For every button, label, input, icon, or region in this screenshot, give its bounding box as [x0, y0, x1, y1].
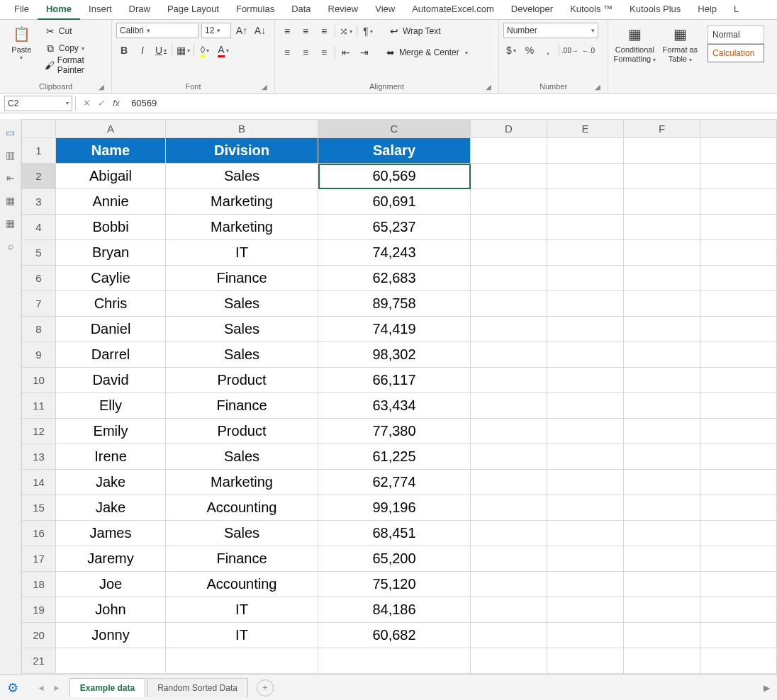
cell[interactable]: 84,186: [318, 597, 471, 623]
cell[interactable]: [700, 317, 777, 342]
increase-font-button[interactable]: A↑: [234, 23, 250, 38]
cell[interactable]: [624, 291, 700, 317]
cell[interactable]: [700, 444, 777, 470]
cell[interactable]: [471, 215, 547, 240]
tab-automateexcel-com[interactable]: AutomateExcel.com: [403, 0, 503, 20]
decrease-decimal-button[interactable]: ←.0: [581, 43, 596, 58]
cell[interactable]: [471, 393, 547, 419]
col-header-B[interactable]: B: [166, 120, 318, 138]
cell[interactable]: Darrel: [56, 342, 166, 368]
cell[interactable]: [624, 444, 700, 470]
cell[interactable]: [547, 291, 624, 317]
cell[interactable]: [624, 189, 700, 215]
underline-button[interactable]: U: [153, 43, 169, 58]
cell[interactable]: [471, 138, 547, 164]
cell[interactable]: James: [56, 521, 166, 546]
cell[interactable]: 62,683: [318, 266, 471, 291]
cell[interactable]: [700, 189, 777, 215]
cell[interactable]: 77,380: [318, 419, 471, 444]
merge-center-button[interactable]: ⬌ Merge & Center ▾: [384, 44, 469, 61]
align-bottom-button[interactable]: ≡: [316, 23, 332, 39]
tab-help[interactable]: Help: [689, 0, 725, 20]
cell[interactable]: John: [56, 597, 166, 623]
select-all-corner[interactable]: [22, 120, 56, 138]
tab-home[interactable]: Home: [38, 0, 80, 20]
row-header-1[interactable]: 1: [22, 138, 56, 164]
copy-button[interactable]: ⧉ Copy ▾: [43, 40, 107, 57]
accept-formula-button[interactable]: ✓: [98, 98, 106, 108]
cell[interactable]: [624, 495, 700, 521]
header-cell[interactable]: Salary: [318, 138, 471, 164]
cell[interactable]: [547, 266, 624, 291]
cell[interactable]: [471, 597, 547, 623]
bold-button[interactable]: B: [116, 43, 132, 58]
sheet-nav-prev[interactable]: ◄: [37, 683, 45, 693]
tab-view[interactable]: View: [367, 0, 403, 20]
cell[interactable]: 99,196: [318, 495, 471, 521]
cell[interactable]: IT: [166, 240, 318, 266]
cell[interactable]: [471, 572, 547, 597]
cell[interactable]: 60,569: [318, 164, 471, 189]
cell[interactable]: Bobbi: [56, 215, 166, 240]
cell[interactable]: [547, 419, 624, 444]
cell[interactable]: [547, 368, 624, 393]
cell[interactable]: [624, 648, 700, 674]
cell[interactable]: [624, 546, 700, 572]
cell[interactable]: [624, 317, 700, 342]
conditional-formatting-button[interactable]: ▦ Conditional Formatting ▾: [613, 23, 657, 64]
cell[interactable]: [700, 623, 777, 648]
cell[interactable]: [471, 444, 547, 470]
tab-formulas[interactable]: Formulas: [228, 0, 283, 20]
cell[interactable]: [547, 164, 624, 189]
add-sheet-button[interactable]: ＋: [257, 679, 274, 696]
tab-kutools-[interactable]: Kutools ™: [561, 0, 621, 20]
rail-icon-2[interactable]: ▥: [4, 149, 17, 162]
cell[interactable]: Jake: [56, 470, 166, 495]
cell[interactable]: [547, 393, 624, 419]
cell[interactable]: Marketing: [166, 189, 318, 215]
cell[interactable]: Product: [166, 419, 318, 444]
rail-icon-1[interactable]: ▭: [4, 126, 17, 139]
cell[interactable]: [471, 164, 547, 189]
spreadsheet-grid[interactable]: ABCDEF1NameDivisionSalary2AbigailSales60…: [21, 119, 777, 674]
cell[interactable]: [547, 495, 624, 521]
cell[interactable]: [700, 419, 777, 444]
wrap-text-button[interactable]: ↩ Wrap Text: [387, 23, 442, 40]
cell[interactable]: [547, 317, 624, 342]
cell[interactable]: [624, 215, 700, 240]
cell[interactable]: [624, 342, 700, 368]
cell[interactable]: Finance: [166, 393, 318, 419]
paste-button[interactable]: 📋 Paste ▾: [4, 23, 39, 62]
cell[interactable]: Jonny: [56, 623, 166, 648]
cell[interactable]: [547, 597, 624, 623]
cell[interactable]: Elly: [56, 393, 166, 419]
cell[interactable]: 74,419: [318, 317, 471, 342]
cell[interactable]: [547, 623, 624, 648]
row-header-21[interactable]: 21: [22, 648, 56, 674]
cell[interactable]: Joe: [56, 572, 166, 597]
cell[interactable]: [471, 648, 547, 674]
formula-input[interactable]: [127, 96, 777, 111]
number-dialog-launcher[interactable]: ◢: [593, 83, 602, 91]
cell[interactable]: [624, 240, 700, 266]
align-left-button[interactable]: ≡: [279, 45, 295, 60]
cell[interactable]: [471, 495, 547, 521]
cell[interactable]: [471, 546, 547, 572]
cell[interactable]: [700, 546, 777, 572]
tab-kutools-plus[interactable]: Kutools Plus: [621, 0, 689, 20]
row-header-2[interactable]: 2: [22, 164, 56, 189]
row-header-5[interactable]: 5: [22, 240, 56, 266]
row-header-6[interactable]: 6: [22, 266, 56, 291]
cell[interactable]: Sales: [166, 444, 318, 470]
font-dialog-launcher[interactable]: ◢: [260, 83, 269, 91]
cell[interactable]: [547, 444, 624, 470]
percent-button[interactable]: %: [522, 43, 537, 58]
col-header-D[interactable]: D: [471, 120, 547, 138]
cell[interactable]: [700, 342, 777, 368]
cell[interactable]: [700, 597, 777, 623]
cut-button[interactable]: ✂ Cut: [43, 23, 107, 40]
cell[interactable]: [700, 521, 777, 546]
cell[interactable]: [166, 648, 318, 674]
cell[interactable]: Irene: [56, 444, 166, 470]
italic-button[interactable]: I: [135, 43, 150, 58]
